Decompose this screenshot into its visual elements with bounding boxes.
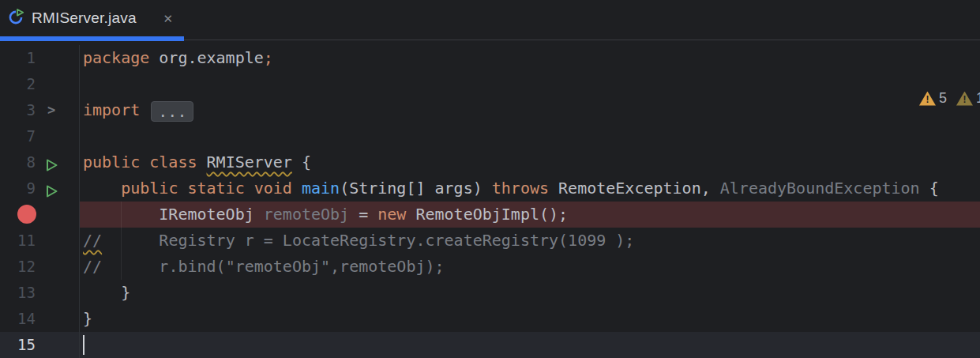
code-token: RMIServer	[207, 153, 292, 171]
run-arrow-icon[interactable]	[43, 181, 59, 197]
inspections-widget[interactable]: ! 5 ! 1	[919, 90, 980, 107]
editor-line[interactable]: 8public class RMIServer {	[0, 149, 980, 175]
line-number: 3	[0, 97, 36, 123]
code-token: r.bind("remoteObj",remoteObj);	[102, 257, 444, 276]
code-token	[83, 179, 121, 198]
editor-line[interactable]: 9 public static void main(String[] args)…	[0, 175, 980, 202]
ide-window: RMIServer.java ✕ 1package org.example;23…	[0, 0, 980, 358]
code-token: }	[83, 283, 130, 302]
line-number: 13	[0, 280, 36, 306]
warning-count: 5	[939, 90, 947, 107]
code-token: package	[83, 48, 159, 67]
gutter[interactable]: 2	[0, 71, 80, 97]
code-line[interactable]	[80, 332, 980, 358]
code-line[interactable]: public class RMIServer {	[80, 149, 980, 175]
editor-line[interactable]: 1package org.example;	[0, 45, 980, 71]
gutter[interactable]: 14	[0, 306, 80, 332]
code-token: ;	[264, 48, 273, 67]
line-number: 15	[0, 332, 36, 358]
text-caret	[83, 335, 84, 355]
code-token: throws	[492, 179, 558, 198]
breakpoint-icon[interactable]	[17, 205, 36, 224]
tab-title: RMIServer.java	[32, 9, 137, 27]
code-token: IRemoteObj	[83, 205, 264, 224]
code-line[interactable]: // Registry r = LocateRegistry.createReg…	[80, 228, 980, 254]
code-token: //	[83, 257, 102, 276]
editor-line[interactable]: 14}	[0, 306, 980, 332]
line-number: 14	[0, 306, 36, 332]
editor-line[interactable]: 13 }	[0, 280, 980, 306]
editor-line[interactable]: IRemoteObj remoteObj = new RemoteObjImpl…	[0, 202, 980, 228]
line-number: 7	[0, 123, 36, 149]
code-token: RemoteException,	[558, 179, 720, 198]
code-token: //	[83, 231, 102, 250]
gutter[interactable]	[0, 202, 80, 228]
gutter[interactable]: 13	[0, 280, 80, 306]
code-token: main	[302, 179, 340, 198]
active-tab-underline	[0, 36, 184, 41]
code-line[interactable]: package org.example;	[80, 45, 980, 71]
line-number: 8	[0, 149, 36, 175]
editor-line[interactable]: 15	[0, 332, 980, 358]
editor-line[interactable]: 12// r.bind("remoteObj",remoteObj);	[0, 254, 980, 280]
line-number: 12	[0, 254, 36, 280]
editor-line[interactable]: 3>import ...	[0, 97, 980, 123]
fold-toggle-icon[interactable]: >	[47, 97, 55, 123]
code-token: {	[920, 179, 939, 198]
warnings-group: ! 5	[919, 90, 947, 107]
gutter[interactable]: 8	[0, 149, 80, 175]
code-token: AlreadyBoundException	[720, 179, 920, 198]
code-token: public static void	[121, 179, 302, 198]
code-token: org.example	[159, 48, 263, 67]
run-arrow-icon[interactable]	[43, 155, 59, 171]
weak-warning-count: 1	[976, 90, 980, 107]
folded-imports-placeholder[interactable]: ...	[151, 101, 193, 122]
indent-guide	[121, 202, 122, 228]
indent-guide	[121, 228, 122, 254]
editor-line[interactable]: 7	[0, 123, 980, 149]
code-line[interactable]: import ...	[80, 97, 980, 123]
code-token: public class	[83, 153, 207, 171]
weak-warnings-group: ! 1	[956, 90, 980, 107]
close-icon[interactable]: ✕	[163, 13, 173, 24]
indent-guide	[121, 254, 122, 280]
editor-line[interactable]: 2	[0, 71, 980, 97]
code-line[interactable]: }	[80, 280, 980, 306]
line-number: 1	[0, 45, 36, 71]
gutter[interactable]: 3>	[0, 97, 80, 123]
gutter[interactable]: 11	[0, 228, 80, 254]
code-token: import	[83, 100, 149, 119]
code-token: }	[83, 309, 92, 328]
code-token: =	[349, 205, 377, 224]
gutter[interactable]: 12	[0, 254, 80, 280]
editor-line[interactable]: 11// Registry r = LocateRegistry.createR…	[0, 228, 980, 254]
editor-tab-bar: RMIServer.java ✕	[0, 0, 980, 41]
code-editor[interactable]: 1package org.example;23>import ...78publ…	[0, 41, 980, 358]
code-token: {	[292, 153, 311, 171]
gutter[interactable]: 9	[0, 175, 80, 202]
code-line[interactable]: }	[80, 306, 980, 332]
code-line[interactable]: public static void main(String[] args) t…	[80, 175, 980, 202]
line-number: 9	[0, 175, 36, 202]
code-token: Registry r = LocateRegistry.createRegist…	[102, 231, 634, 250]
gutter[interactable]: 7	[0, 123, 80, 149]
editor-rows: 1package org.example;23>import ...78publ…	[0, 45, 980, 358]
code-line[interactable]	[80, 123, 980, 149]
code-token: (String[] args)	[340, 179, 492, 198]
code-line[interactable]: // r.bind("remoteObj",remoteObj);	[80, 254, 980, 280]
line-number: 11	[0, 228, 36, 254]
gutter[interactable]: 1	[0, 45, 80, 71]
code-line[interactable]	[80, 71, 980, 97]
gutter[interactable]: 15	[0, 332, 80, 358]
weak-warning-icon: !	[956, 92, 973, 106]
line-number: 2	[0, 71, 36, 97]
code-line[interactable]: IRemoteObj remoteObj = new RemoteObjImpl…	[80, 202, 980, 228]
tab-rmiserver-java[interactable]: RMIServer.java ✕	[0, 0, 184, 36]
java-runnable-class-icon	[8, 9, 24, 28]
code-token: new	[377, 205, 406, 224]
warning-icon: !	[919, 92, 936, 106]
code-token: RemoteObjImpl();	[406, 205, 568, 224]
code-token: remoteObj	[264, 205, 349, 224]
